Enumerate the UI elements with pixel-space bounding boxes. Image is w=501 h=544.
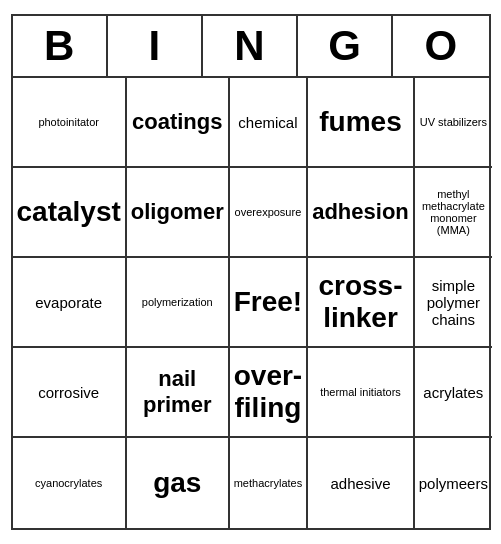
cell-text-9: methyl methacrylate monomer (MMA) xyxy=(419,188,488,236)
bingo-cell-9: methyl methacrylate monomer (MMA) xyxy=(415,168,492,258)
bingo-cell-24: polymeers xyxy=(415,438,492,528)
cell-text-0: photoinitator xyxy=(17,116,121,128)
bingo-cell-14: simple polymer chains xyxy=(415,258,492,348)
bingo-cell-0: photoinitator xyxy=(13,78,127,168)
bingo-cell-23: adhesive xyxy=(308,438,415,528)
cell-text-3: fumes xyxy=(312,106,409,138)
bingo-cell-3: fumes xyxy=(308,78,415,168)
cell-text-15: corrosive xyxy=(17,384,121,401)
bingo-cell-8: adhesion xyxy=(308,168,415,258)
cell-text-2: chemical xyxy=(234,114,302,131)
cell-text-11: polymerization xyxy=(131,296,224,308)
bingo-cell-4: UV stabilizers xyxy=(415,78,492,168)
header-letter-b: B xyxy=(13,16,108,76)
bingo-cell-17: over-filing xyxy=(230,348,308,438)
cell-text-12: Free! xyxy=(234,286,302,318)
cell-text-6: oligomer xyxy=(131,199,224,225)
cell-text-23: adhesive xyxy=(312,475,409,492)
bingo-cell-22: methacrylates xyxy=(230,438,308,528)
bingo-cell-5: catalyst xyxy=(13,168,127,258)
bingo-cell-6: oligomer xyxy=(127,168,230,258)
bingo-cell-19: acrylates xyxy=(415,348,492,438)
header-letter-i: I xyxy=(108,16,203,76)
bingo-cell-20: cyanocrylates xyxy=(13,438,127,528)
bingo-cell-2: chemical xyxy=(230,78,308,168)
bingo-cell-21: gas xyxy=(127,438,230,528)
cell-text-14: simple polymer chains xyxy=(419,277,488,328)
cell-text-4: UV stabilizers xyxy=(419,116,488,128)
cell-text-22: methacrylates xyxy=(234,477,302,489)
cell-text-21: gas xyxy=(131,467,224,499)
cell-text-8: adhesion xyxy=(312,199,409,225)
bingo-grid: photoinitatorcoatingschemicalfumesUV sta… xyxy=(13,78,489,528)
cell-text-19: acrylates xyxy=(419,384,488,401)
cell-text-7: overexposure xyxy=(234,206,302,218)
cell-text-1: coatings xyxy=(131,109,224,135)
cell-text-10: evaporate xyxy=(17,294,121,311)
bingo-cell-12: Free! xyxy=(230,258,308,348)
bingo-cell-16: nail primer xyxy=(127,348,230,438)
bingo-cell-1: coatings xyxy=(127,78,230,168)
cell-text-17: over-filing xyxy=(234,360,302,424)
bingo-cell-18: thermal initiators xyxy=(308,348,415,438)
cell-text-16: nail primer xyxy=(131,366,224,418)
bingo-card: BINGO photoinitatorcoatingschemicalfumes… xyxy=(11,14,491,530)
header-letter-n: N xyxy=(203,16,298,76)
cell-text-20: cyanocrylates xyxy=(17,477,121,489)
bingo-cell-10: evaporate xyxy=(13,258,127,348)
cell-text-18: thermal initiators xyxy=(312,386,409,398)
header-letter-o: O xyxy=(393,16,488,76)
cell-text-13: cross-linker xyxy=(312,270,409,334)
bingo-cell-11: polymerization xyxy=(127,258,230,348)
header-letter-g: G xyxy=(298,16,393,76)
bingo-cell-15: corrosive xyxy=(13,348,127,438)
bingo-cell-13: cross-linker xyxy=(308,258,415,348)
cell-text-5: catalyst xyxy=(17,196,121,228)
cell-text-24: polymeers xyxy=(419,475,488,492)
bingo-cell-7: overexposure xyxy=(230,168,308,258)
bingo-header: BINGO xyxy=(13,16,489,78)
